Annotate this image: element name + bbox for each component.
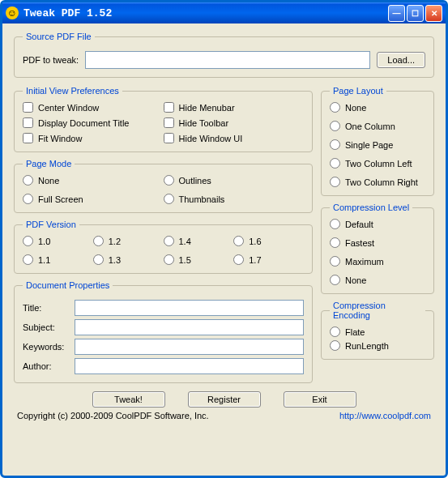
- keywords-label: Keywords:: [23, 342, 70, 352]
- register-button[interactable]: Register: [188, 391, 261, 408]
- radio-cl-fastest[interactable]: Fastest: [330, 237, 425, 248]
- author-input[interactable]: [75, 358, 304, 374]
- tweak-button[interactable]: Tweak!: [92, 391, 165, 408]
- keywords-input[interactable]: [75, 339, 304, 355]
- radio-pm-thumbnails[interactable]: Thumbnails: [164, 194, 305, 204]
- window-controls: — ☐ ✕: [388, 5, 442, 22]
- pdf-version-group: PDF Version 1.0 1.1 1.2 1.3 1.4 1.5 1.6 …: [14, 220, 313, 274]
- title-label: Title:: [23, 303, 70, 313]
- chk-hide-toolbar[interactable]: Hide Toolbar: [164, 117, 305, 128]
- radio-pl-none[interactable]: None: [330, 102, 425, 113]
- page-layout-group: Page Layout None One Column Single Page …: [321, 86, 434, 196]
- subject-label: Subject:: [23, 322, 70, 332]
- compression-encoding-group: Compression Encoding Flate RunLength: [321, 301, 434, 360]
- compression-encoding-legend: Compression Encoding: [330, 301, 425, 320]
- pdf-path-input[interactable]: [85, 51, 370, 69]
- radio-cl-default[interactable]: Default: [330, 219, 425, 229]
- radio-pv-11[interactable]: 1.1: [23, 254, 93, 265]
- pdf-to-tweak-label: PDF to tweak:: [23, 55, 79, 65]
- radio-cl-maximum[interactable]: Maximum: [330, 256, 425, 267]
- client-area: Source PDF File PDF to tweak: Load... In…: [2, 23, 446, 476]
- radio-pv-14[interactable]: 1.4: [164, 236, 234, 246]
- radio-pv-17[interactable]: 1.7: [233, 254, 304, 265]
- source-pdf-group: Source PDF File PDF to tweak: Load...: [14, 32, 434, 78]
- radio-pm-fullscreen[interactable]: Full Screen: [23, 194, 164, 204]
- page-mode-legend: Page Mode: [23, 159, 75, 169]
- page-mode-group: Page Mode None Full Screen Outlines Thum…: [14, 159, 313, 213]
- doc-properties-group: Document Properties Title: Subject: Keyw…: [14, 280, 313, 383]
- radio-cl-none[interactable]: None: [330, 275, 425, 285]
- radio-pv-10[interactable]: 1.0: [23, 236, 93, 246]
- source-pdf-legend: Source PDF File: [23, 32, 95, 41]
- radio-ce-runlength[interactable]: RunLength: [330, 340, 425, 351]
- footer: Copyright (c) 2000-2009 CoolPDF Software…: [14, 408, 434, 420]
- radio-pv-13[interactable]: 1.3: [93, 254, 164, 265]
- radio-pl-onecol[interactable]: One Column: [330, 121, 425, 131]
- pdf-version-legend: PDF Version: [23, 220, 79, 229]
- radio-pm-outlines[interactable]: Outlines: [164, 175, 305, 186]
- subject-input[interactable]: [75, 319, 304, 335]
- exit-button[interactable]: Exit: [284, 391, 356, 408]
- load-button[interactable]: Load...: [377, 52, 425, 68]
- chk-hide-menubar[interactable]: Hide Menubar: [164, 102, 305, 113]
- radio-pv-12[interactable]: 1.2: [93, 236, 164, 246]
- initial-view-group: Initial View Preferences Center Window D…: [14, 86, 313, 152]
- radio-pl-twoleft[interactable]: Two Column Left: [330, 158, 425, 169]
- title-input[interactable]: [75, 300, 304, 316]
- doc-properties-legend: Document Properties: [23, 280, 113, 290]
- initial-view-legend: Initial View Preferences: [23, 86, 122, 96]
- radio-pv-16[interactable]: 1.6: [233, 236, 304, 246]
- app-icon: [6, 6, 19, 19]
- author-label: Author:: [23, 361, 70, 371]
- titlebar: Tweak PDF 1.52 — ☐ ✕: [2, 2, 446, 23]
- radio-pv-15[interactable]: 1.5: [164, 254, 234, 265]
- compression-level-legend: Compression Level: [330, 203, 412, 212]
- chk-fit-window[interactable]: Fit Window: [23, 133, 164, 143]
- close-button[interactable]: ✕: [425, 5, 442, 22]
- minimize-button[interactable]: —: [388, 5, 405, 22]
- radio-pm-none[interactable]: None: [23, 175, 164, 186]
- chk-center-window[interactable]: Center Window: [23, 102, 164, 113]
- page-layout-legend: Page Layout: [330, 86, 386, 96]
- compression-level-group: Compression Level Default Fastest Maximu…: [321, 203, 434, 294]
- radio-pl-single[interactable]: Single Page: [330, 139, 425, 150]
- maximize-button[interactable]: ☐: [407, 5, 424, 22]
- radio-ce-flate[interactable]: Flate: [330, 326, 425, 337]
- app-window: Tweak PDF 1.52 — ☐ ✕ Source PDF File PDF…: [0, 0, 448, 478]
- website-link[interactable]: http://www.coolpdf.com: [339, 411, 431, 420]
- radio-pl-tworight[interactable]: Two Column Right: [330, 177, 425, 187]
- copyright-text: Copyright (c) 2000-2009 CoolPDF Software…: [17, 411, 209, 420]
- chk-display-doc-title[interactable]: Display Document Title: [23, 117, 164, 128]
- window-title: Tweak PDF 1.52: [23, 7, 388, 19]
- action-buttons: Tweak! Register Exit: [14, 391, 434, 408]
- chk-hide-window-ui[interactable]: Hide Window UI: [164, 133, 305, 143]
